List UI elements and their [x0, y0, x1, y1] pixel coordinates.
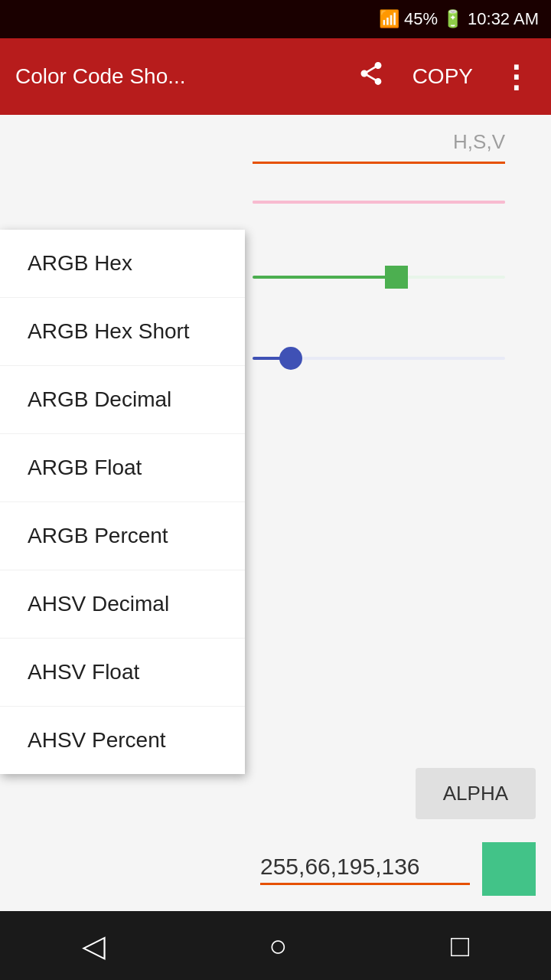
color-value-text: 255,66,195,136	[260, 854, 470, 885]
copy-button[interactable]: COPY	[403, 58, 482, 95]
back-button[interactable]: ◁	[64, 922, 124, 969]
color-value-row: 255,66,195,136	[0, 842, 551, 896]
sim-icon: 📶	[379, 9, 399, 29]
dropdown-item-argb-float[interactable]: ARGB Float	[0, 434, 245, 502]
green-slider-row[interactable]	[253, 263, 505, 291]
toolbar: Color Code Sho... COPY ⋮	[0, 38, 551, 115]
share-icon[interactable]	[351, 54, 391, 100]
status-icons: 📶 45% 🔋 10:32 AM	[379, 9, 539, 29]
time-text: 10:32 AM	[468, 9, 539, 29]
dropdown-item-ahsv-float[interactable]: AHSV Float	[0, 639, 245, 707]
dropdown-item-argb-decimal[interactable]: ARGB Decimal	[0, 366, 245, 434]
blue-slider-row[interactable]	[253, 345, 505, 372]
status-bar: 📶 45% 🔋 10:32 AM	[0, 0, 551, 38]
green-slider-track	[253, 276, 505, 279]
recents-button[interactable]: □	[432, 923, 487, 969]
color-swatch	[482, 842, 536, 896]
nav-bar: ◁ ○ □	[0, 911, 551, 980]
main-content: H,S,V 255,66,195,136	[0, 115, 551, 911]
green-thumb[interactable]	[385, 266, 408, 289]
battery-text: 45%	[404, 9, 438, 29]
dropdown-menu: ARGB Hex ARGB Hex Short ARGB Decimal ARG…	[0, 230, 245, 774]
dropdown-item-argb-hex-short[interactable]: ARGB Hex Short	[0, 298, 245, 366]
battery-icon: 🔋	[442, 9, 463, 29]
dropdown-item-argb-hex[interactable]: ARGB Hex	[0, 230, 245, 298]
red-slider-row[interactable]	[253, 194, 505, 210]
blue-thumb[interactable]	[279, 347, 302, 370]
dropdown-item-ahsv-decimal[interactable]: AHSV Decimal	[0, 570, 245, 639]
blue-slider-track	[253, 357, 505, 360]
toolbar-title: Color Code Sho...	[15, 64, 339, 89]
red-slider-track	[253, 201, 505, 204]
dropdown-item-argb-percent[interactable]: ARGB Percent	[0, 502, 245, 570]
more-icon[interactable]: ⋮	[494, 53, 536, 100]
hsv-label: H,S,V	[453, 130, 505, 154]
hsv-label-row: H,S,V	[0, 115, 551, 162]
home-button[interactable]: ○	[250, 923, 305, 969]
alpha-button[interactable]: ALPHA	[416, 768, 536, 819]
dropdown-item-ahsv-percent[interactable]: AHSV Percent	[0, 707, 245, 774]
